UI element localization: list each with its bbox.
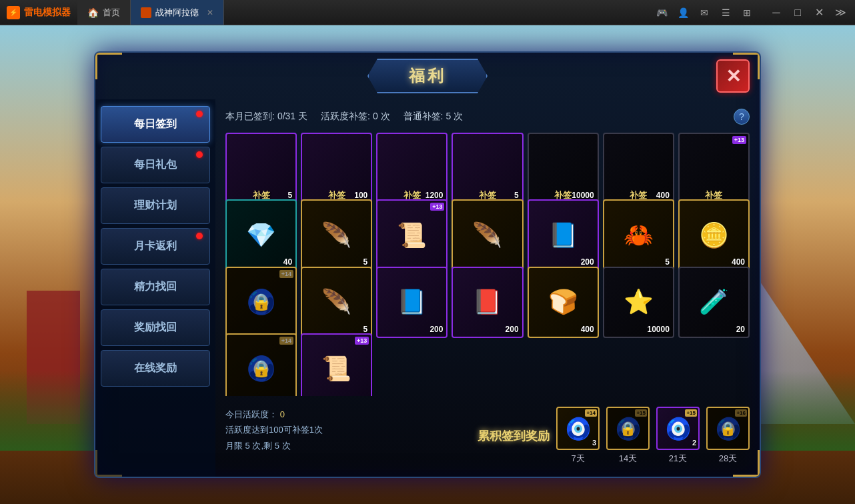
item-count: 100 — [354, 191, 367, 200]
sidebar-item-energy[interactable]: 精力找回 — [101, 269, 210, 305]
reward-14-icon-wrap: 🧿 +15 🔒 — [606, 407, 650, 450]
reward-28-icon-wrap: 🧿 +16 🔒 — [706, 407, 750, 450]
top-bar: ⚡ 雷电模拟器 🏠 首页 战神阿拉德 ✕ 🎮 👤 ✉ ☰ ⊞ ─ □ ✕ ≫ — [0, 0, 855, 25]
sidebar-label-investment: 理财计划 — [134, 199, 177, 213]
tab-close-icon[interactable]: ✕ — [207, 8, 213, 17]
reward-21-plus-badge: +15 — [685, 409, 697, 417]
item-bookblue-200[interactable]: 📘 200 — [376, 267, 448, 338]
controller-icon[interactable]: 🎮 — [654, 5, 670, 21]
sidebar-item-reward-recovery[interactable]: 奖励找回 — [101, 309, 210, 346]
item-supplement-1200[interactable]: 补签 1200 — [376, 133, 448, 204]
item-supplement-5[interactable]: 补签 5 — [225, 133, 297, 204]
item-crystal-40[interactable]: 💎 40 — [225, 199, 297, 271]
activity-hint-text: 活跃度达到100可补签1次 — [225, 425, 323, 435]
item-scroll2-plus13[interactable]: +13 📜 — [301, 333, 372, 396]
tab-home[interactable]: 🏠 首页 — [77, 0, 131, 25]
item-count: 400 — [656, 191, 670, 200]
item-potion-20[interactable]: 🧪 20 — [678, 267, 750, 338]
reward-28-label: 28天 — [719, 453, 737, 465]
help-button[interactable]: ? — [734, 109, 750, 125]
tab-game[interactable]: 战神阿拉德 ✕ — [131, 0, 224, 25]
item-count: 5 — [287, 191, 292, 200]
sidebar: 每日签到 每日礼包 理财计划 月卡返利 精力找回 奖励找回 在线奖励 — [95, 99, 215, 477]
reward-21-icon-wrap: 🧿 +15 2 — [656, 407, 700, 450]
item-count: 20 — [736, 325, 745, 334]
maximize-btn[interactable]: □ — [788, 3, 807, 22]
activity-hint-row: 活跃度达到100可补签1次 — [225, 422, 468, 437]
crab-icon: 🦀 — [624, 223, 654, 247]
reward-14-lock-overlay: 🔒 — [608, 408, 648, 449]
reward-day-21[interactable]: 🧿 +15 2 21天 — [656, 407, 700, 465]
badge-daily-gift — [196, 151, 203, 158]
item-supplement-100[interactable]: 补签 100 — [301, 133, 372, 204]
item-count: 400 — [581, 325, 594, 334]
menu-icon[interactable]: ☰ — [718, 5, 734, 21]
item-feather-5[interactable]: 🪶 5 — [301, 199, 372, 271]
reward-14-label: 14天 — [619, 453, 637, 465]
feather-icon: 🪶 — [321, 223, 351, 247]
user-icon[interactable]: 👤 — [675, 5, 691, 21]
item-supplement-400[interactable]: 补签 400 — [603, 133, 674, 204]
item-bookred-200[interactable]: 📕 200 — [452, 267, 523, 338]
reward-28-lock-overlay: 🔒 — [708, 408, 748, 449]
item-feather-b[interactable]: 🪶 — [452, 199, 523, 271]
item-scroll-plus13[interactable]: +13 📜 — [376, 199, 448, 271]
feather-icon: 🪶 — [321, 290, 351, 314]
reward-7-label: 7天 — [571, 453, 584, 465]
item-bread-400[interactable]: 🍞 400 — [528, 267, 599, 338]
item-gem2-locked[interactable]: +14 🧿 🔒 — [225, 333, 297, 396]
sidebar-item-daily-gift[interactable]: 每日礼包 — [101, 147, 210, 183]
sidebar-label-energy: 精力找回 — [134, 280, 177, 294]
item-supplement-10000[interactable]: 补签 10000 — [528, 133, 599, 204]
item-supplement-5b[interactable]: 补签 5 — [452, 133, 523, 204]
normal-sign-label: 普通补签: — [403, 111, 444, 123]
book-blue-icon: 📘 — [397, 290, 427, 314]
reward-day-14[interactable]: 🧿 +15 🔒 14天 — [606, 407, 650, 465]
item-count: 5 — [363, 257, 368, 267]
expand-btn[interactable]: ≫ — [831, 3, 850, 22]
game-icon — [141, 7, 151, 18]
sidebar-item-investment[interactable]: 理财计划 — [101, 187, 210, 224]
reward-21-icon: 🧿 — [665, 416, 692, 441]
sidebar-item-daily-signin[interactable]: 每日签到 — [101, 106, 210, 143]
item-count: 200 — [430, 325, 443, 334]
item-count: 5 — [514, 191, 519, 200]
potion-icon: 🧪 — [699, 290, 729, 314]
item-coin-400[interactable]: 🪙 400 — [678, 199, 750, 271]
reward-7-plus-badge: +14 — [585, 409, 597, 417]
item-book-200[interactable]: 📘 200 — [528, 199, 599, 271]
item-star-10000[interactable]: ⭐ 10000 — [603, 267, 674, 338]
bread-icon: 🍞 — [548, 290, 578, 314]
sidebar-item-online-reward[interactable]: 在线奖励 — [101, 350, 210, 387]
layout-icon[interactable]: ⊞ — [739, 5, 755, 21]
item-count: 5 — [665, 257, 670, 267]
monthly-limit-text: 月限 5 次,剩 5 次 — [225, 441, 291, 451]
monthly-sign-status: 本月已签到: 0/31 天 — [225, 111, 307, 123]
window-controls: ─ □ ✕ ≫ — [762, 3, 855, 22]
reward-day-7[interactable]: 🧿 +14 3 7天 — [556, 407, 600, 465]
reward-7-icon-wrap: 🧿 +14 3 — [556, 407, 600, 450]
reward-day-28[interactable]: 🧿 +16 🔒 28天 — [706, 407, 750, 465]
item-supplement-plus13[interactable]: +13 补签 — [678, 133, 750, 204]
sidebar-label-reward-recovery: 奖励找回 — [134, 321, 177, 335]
normal-sign-status: 普通补签: 5 次 — [403, 111, 464, 123]
plus-badge: +13 — [430, 203, 444, 211]
window-close-btn[interactable]: ✕ — [810, 3, 828, 22]
plus-badge: +13 — [355, 337, 369, 345]
mail-icon[interactable]: ✉ — [696, 5, 712, 21]
item-count: 400 — [732, 257, 745, 267]
cumulative-label: 累积签到奖励 — [478, 428, 550, 444]
sidebar-item-monthly-rebate[interactable]: 月卡返利 — [101, 228, 210, 265]
item-feather-5c[interactable]: 🪶 5 — [301, 267, 372, 338]
monthly-limit-row: 月限 5 次,剩 5 次 — [225, 438, 468, 453]
status-bar: 本月已签到: 0/31 天 活跃度补签: 0 次 普通补签: 5 次 ? — [225, 106, 750, 127]
item-crab-5[interactable]: 🦀 5 — [603, 199, 674, 271]
help-icon: ? — [739, 111, 744, 122]
modal-close-button[interactable]: ✕ — [716, 59, 750, 93]
activity-today-row: 今日活跃度： 0 — [225, 407, 468, 422]
scroll2-icon: 📜 — [321, 357, 351, 381]
minimize-btn[interactable]: ─ — [767, 3, 786, 22]
sidebar-label-daily-signin: 每日签到 — [134, 117, 177, 131]
reward-21-count: 2 — [692, 439, 696, 447]
item-gem-locked[interactable]: +14 🧿 🔒 — [225, 267, 297, 338]
